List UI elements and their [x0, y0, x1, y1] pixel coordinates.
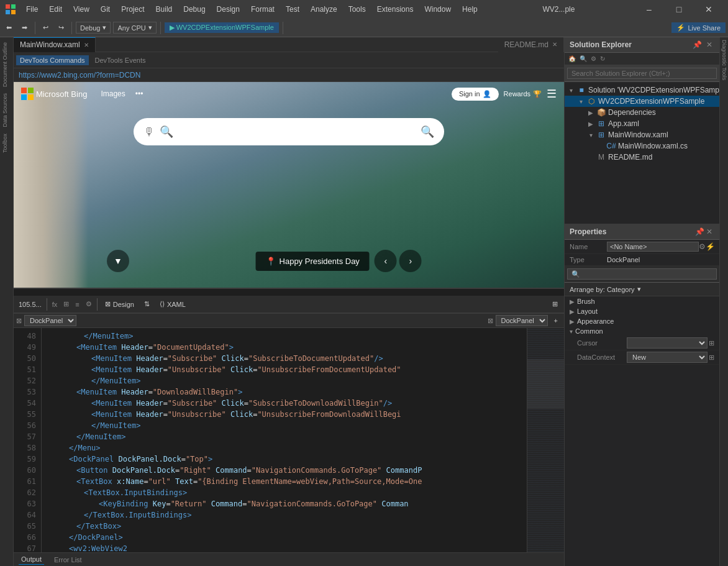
menu-project[interactable]: Project: [116, 2, 149, 16]
solution-search-input[interactable]: [567, 68, 717, 79]
menu-analyze[interactable]: Analyze: [306, 2, 342, 16]
dockpanel-icon-1: ⊠: [16, 317, 22, 325]
sol-exp-settings-icon[interactable]: ⚙: [589, 54, 598, 63]
tree-readme[interactable]: M README.md: [565, 152, 719, 163]
bing-more-link[interactable]: •••: [133, 88, 146, 99]
bing-prev-arrow[interactable]: ‹: [375, 250, 397, 272]
close-panel-button[interactable]: ✕: [704, 40, 714, 50]
cpu-dropdown[interactable]: Any CPU ▾: [113, 22, 156, 34]
tree-app-xaml[interactable]: ▶ ⊞ App.xaml: [565, 118, 719, 129]
fx-button[interactable]: fx: [50, 299, 60, 309]
bing-navbar: Microsoft Bing Images ••• Sign in 👤: [14, 82, 564, 106]
close-button[interactable]: ✕: [694, 0, 723, 19]
tab-readme[interactable]: README.md ✕: [498, 37, 564, 52]
menu-git[interactable]: Git: [96, 2, 115, 16]
bing-mic-icon[interactable]: 🎙: [143, 126, 155, 139]
prop-section-common[interactable]: ▾ Common: [565, 326, 719, 336]
menu-format[interactable]: Format: [246, 2, 280, 16]
bing-signin-button[interactable]: Sign in 👤: [452, 88, 499, 101]
prop-section-appearance[interactable]: ▶ Appearance: [565, 316, 719, 326]
menu-view[interactable]: View: [68, 2, 94, 16]
prop-name-input[interactable]: [607, 242, 699, 252]
error-list-tab[interactable]: Error List: [52, 555, 84, 565]
design-view-button[interactable]: ⊠ Design: [100, 299, 139, 309]
sol-exp-refresh-icon[interactable]: ↻: [599, 54, 606, 63]
bing-camera-icon[interactable]: 🔍: [160, 125, 173, 139]
settings-btn[interactable]: ⚙: [83, 299, 94, 309]
menu-extensions[interactable]: Extensions: [372, 2, 419, 16]
tab-close-readme[interactable]: ✕: [552, 41, 557, 48]
design-icon: ⊠: [105, 300, 111, 308]
prop-pin-button[interactable]: 📌: [694, 227, 704, 237]
minimize-button[interactable]: –: [635, 0, 663, 19]
menu-file[interactable]: File: [21, 2, 43, 16]
sidebar-toolbox[interactable]: Toolbox: [1, 131, 13, 155]
tree-mainwindow-xaml[interactable]: ▾ ⊞ MainWindow.xaml: [565, 129, 719, 140]
prop-section-layout[interactable]: ▶ Layout: [565, 306, 719, 316]
snap-btn[interactable]: ⊞: [548, 299, 562, 309]
menu-build[interactable]: Build: [151, 2, 178, 16]
sol-exp-home-icon[interactable]: 🏠: [567, 54, 577, 63]
forward-button[interactable]: ➡: [18, 22, 31, 33]
datacontext-dropdown[interactable]: New: [627, 352, 708, 363]
menu-debug[interactable]: Debug: [178, 2, 210, 16]
devtools-events-btn[interactable]: DevTools Events: [91, 55, 150, 65]
dockpanel-select-1[interactable]: DockPanel: [24, 315, 76, 326]
scroll-minimap[interactable]: [527, 328, 564, 552]
bing-down-button[interactable]: ▼: [107, 250, 129, 272]
bing-rewards-button[interactable]: Rewards 🏆: [504, 90, 542, 98]
menu-tools[interactable]: Tools: [344, 2, 371, 16]
menu-test[interactable]: Test: [281, 2, 304, 16]
maximize-button[interactable]: □: [665, 0, 693, 19]
menu-design[interactable]: Design: [212, 2, 245, 16]
line-num-67: 67: [16, 543, 36, 552]
properties-title: Properties: [570, 227, 694, 236]
sol-exp-search-icon[interactable]: 🔍: [578, 54, 588, 63]
sidebar-data-sources[interactable]: Data Sources: [1, 91, 13, 130]
datacontext-btn-icon[interactable]: ⊞: [709, 354, 714, 362]
tree-mainwindow-cs[interactable]: C# MainWindow.xaml.cs: [565, 140, 719, 152]
build-config-dropdown[interactable]: Debug ▾: [76, 22, 111, 34]
tree-solution[interactable]: ▾ ■ Solution 'WV2CDPExtensionWPFSample': [565, 84, 719, 96]
bing-menu-button[interactable]: ☰: [547, 87, 557, 101]
tree-project[interactable]: ▾ ⬡ WV2CDPExtensionWPFSample: [565, 96, 719, 107]
prop-close-button[interactable]: ✕: [704, 227, 714, 237]
live-share-button[interactable]: ⚡ Live Share: [671, 22, 726, 33]
menu-edit[interactable]: Edit: [44, 2, 67, 16]
app-expand-icon: ▶: [587, 121, 594, 127]
bing-next-arrow[interactable]: ›: [399, 250, 422, 272]
tab-close-main[interactable]: ✕: [84, 42, 89, 48]
code-content[interactable]: </MenuItem> <MenuItem Header="DocumentUp…: [42, 328, 527, 552]
cursor-dropdown[interactable]: [627, 337, 708, 349]
back-button[interactable]: ⬅: [2, 22, 16, 33]
dockpanel-select-2[interactable]: DockPanel: [496, 315, 548, 326]
grid-view-btn[interactable]: ⊞: [61, 299, 71, 309]
prop-name-event-icon[interactable]: ⚡: [706, 242, 715, 252]
redo-btn[interactable]: ↪: [55, 22, 68, 33]
add-element-btn[interactable]: +: [550, 316, 562, 326]
sidebar-document-outline[interactable]: Document Outline: [1, 40, 13, 89]
tab-main-window[interactable]: MainWindow.xaml ✕: [14, 37, 96, 52]
xaml-view-button[interactable]: ⟨⟩ XAML: [155, 299, 191, 309]
arrange-by[interactable]: Arrange by: Category ▾: [565, 283, 719, 296]
list-view-btn[interactable]: ≡: [73, 299, 81, 309]
bing-images-link[interactable]: Images: [98, 88, 127, 99]
swap-panels-btn[interactable]: ⇅: [140, 299, 153, 309]
horizontal-scrollbar[interactable]: [14, 288, 564, 296]
devtools-commands-btn[interactable]: DevTools Commands: [16, 55, 89, 65]
diagnostic-tools-tab[interactable]: Diagnostic Tools: [721, 37, 728, 83]
menu-help[interactable]: Help: [457, 2, 483, 16]
run-button[interactable]: ▶ WV2CDPExtensionWPFSample: [165, 22, 279, 33]
output-tab[interactable]: Output: [19, 554, 44, 565]
project-expand-icon: ▾: [577, 98, 585, 105]
tree-dependencies[interactable]: ▶ 📦 Dependencies: [565, 107, 719, 118]
prop-search-input[interactable]: [567, 268, 717, 280]
prop-name-settings-icon[interactable]: ⚙: [699, 242, 706, 252]
menu-window[interactable]: Window: [419, 2, 456, 16]
bing-search-submit-icon[interactable]: 🔍: [421, 125, 434, 139]
undo-btn[interactable]: ↩: [39, 22, 52, 33]
pin-button[interactable]: 📌: [692, 40, 702, 50]
bing-search-box[interactable]: 🎙 🔍 🔍: [134, 118, 444, 145]
prop-section-brush[interactable]: ▶ Brush: [565, 296, 719, 306]
cursor-btn-icon[interactable]: ⊞: [709, 339, 714, 347]
